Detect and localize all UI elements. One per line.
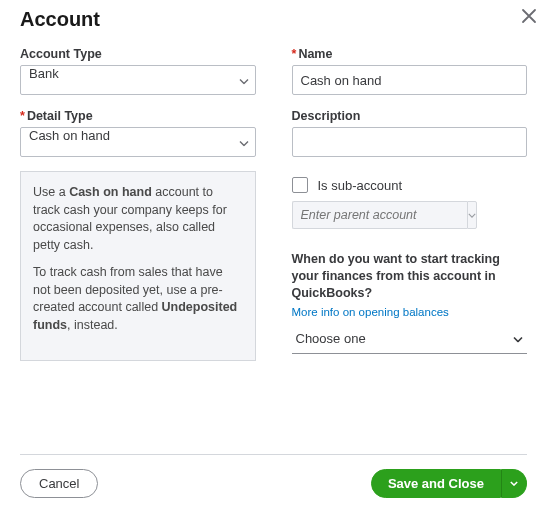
start-tracking-select[interactable]: Choose one <box>292 324 528 354</box>
parent-account-input <box>292 201 467 229</box>
detail-type-label: Detail Type <box>20 109 256 123</box>
cancel-button[interactable]: Cancel <box>20 469 98 498</box>
is-sub-account-label: Is sub-account <box>318 178 403 193</box>
tracking-question: When do you want to start tracking your … <box>292 251 528 302</box>
help-text-box: Use a Cash on hand account to track cash… <box>20 171 256 361</box>
account-type-select[interactable]: Bank <box>20 65 256 95</box>
detail-type-select[interactable]: Cash on hand <box>20 127 256 157</box>
save-button-group: Save and Close <box>371 469 527 498</box>
is-sub-account-checkbox[interactable] <box>292 177 308 193</box>
right-column: Name Description Is sub-account When do … <box>292 47 528 361</box>
description-label: Description <box>292 109 528 123</box>
account-type-value: Bank <box>20 65 256 95</box>
help-text: Use a <box>33 185 69 199</box>
help-text: , instead. <box>67 318 118 332</box>
name-input[interactable] <box>292 65 528 95</box>
caret-down-icon <box>513 331 523 346</box>
parent-account-combo <box>292 201 462 229</box>
opening-balances-link[interactable]: More info on opening balances <box>292 306 449 318</box>
footer-divider <box>20 454 527 455</box>
name-label: Name <box>292 47 528 61</box>
parent-account-dropdown-button <box>467 201 477 229</box>
save-and-close-button[interactable]: Save and Close <box>371 469 501 498</box>
detail-type-value: Cash on hand <box>20 127 256 157</box>
start-tracking-value: Choose one <box>296 331 366 346</box>
left-column: Account Type Bank Detail Type Cash on ha… <box>20 47 256 361</box>
description-input[interactable] <box>292 127 528 157</box>
dialog-footer: Cancel Save and Close <box>0 440 547 512</box>
dialog-title: Account <box>20 8 527 31</box>
save-dropdown-button[interactable] <box>501 469 527 498</box>
account-type-label: Account Type <box>20 47 256 61</box>
help-bold: Cash on hand <box>69 185 152 199</box>
close-icon[interactable] <box>519 6 539 26</box>
